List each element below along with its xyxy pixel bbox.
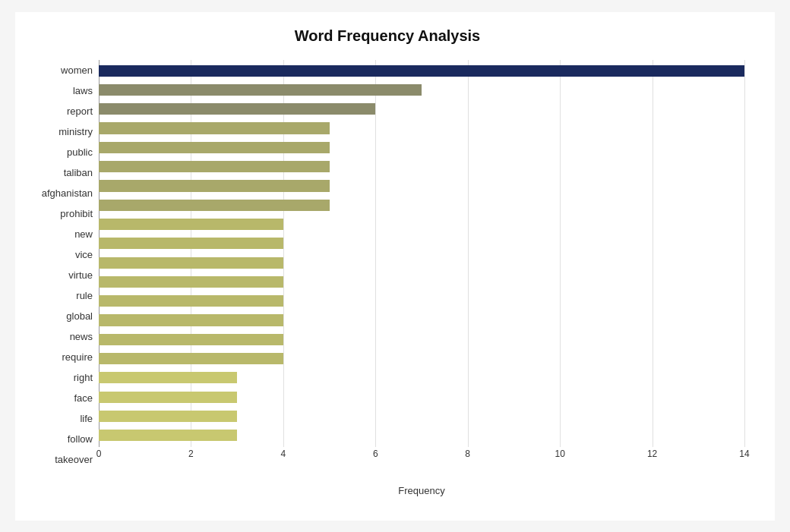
bar-row <box>99 407 744 426</box>
bar <box>99 161 330 172</box>
bar-row <box>99 138 744 157</box>
y-label: report <box>30 101 99 121</box>
bar <box>99 84 422 96</box>
x-axis: Frequency 02468101214 <box>99 447 744 470</box>
bar <box>99 65 744 77</box>
y-axis: womenlawsreportministrypublictalibanafgh… <box>30 60 99 493</box>
plot-area: Frequency 02468101214 <box>99 60 744 493</box>
bar-row <box>99 215 744 234</box>
bar-row <box>99 388 744 407</box>
y-label: rule <box>30 285 99 305</box>
bar <box>99 103 375 115</box>
bar-row <box>99 272 744 291</box>
bar <box>99 142 330 153</box>
y-label: laws <box>30 80 99 100</box>
bar <box>99 334 283 345</box>
bar <box>99 314 283 326</box>
bar-row <box>99 330 744 349</box>
bar-row <box>99 157 744 176</box>
bar-row <box>99 253 744 272</box>
bar <box>99 257 283 269</box>
y-label: takeover <box>30 449 99 469</box>
x-tick: 8 <box>465 449 470 459</box>
x-tick: 12 <box>647 449 657 459</box>
bar-row <box>99 61 744 80</box>
chart-title: Word Frequency Analysis <box>30 27 744 45</box>
bar <box>99 392 237 403</box>
bar <box>99 430 237 441</box>
y-label: global <box>30 306 99 326</box>
y-label: women <box>30 60 99 80</box>
bar-row <box>99 310 744 329</box>
chart-wrapper: Frequency 02468101214 <box>99 60 744 470</box>
x-tick: 14 <box>739 449 749 459</box>
y-label: follow <box>30 429 99 449</box>
y-label: require <box>30 347 99 367</box>
y-label: face <box>30 388 99 408</box>
y-label: afghanistan <box>30 183 99 203</box>
x-tick: 4 <box>281 449 286 459</box>
y-label: new <box>30 224 99 244</box>
grid-line <box>744 60 745 447</box>
y-label: prohibit <box>30 203 99 223</box>
bar-row <box>99 176 744 195</box>
bar <box>99 353 283 364</box>
x-tick: 0 <box>96 449 102 459</box>
bar-row <box>99 349 744 368</box>
bar-row <box>99 291 744 310</box>
bar-row <box>99 80 744 99</box>
bar <box>99 276 283 288</box>
bar <box>99 372 237 383</box>
y-label: life <box>30 408 99 428</box>
bar-row <box>99 368 744 387</box>
bar-row <box>99 99 744 118</box>
x-tick: 6 <box>373 449 378 459</box>
x-axis-label: Frequency <box>99 485 744 496</box>
bar-row <box>99 234 744 253</box>
bars-container <box>99 60 744 447</box>
y-label: right <box>30 367 99 387</box>
y-label: taliban <box>30 162 99 182</box>
bar <box>99 180 330 191</box>
x-tick: 10 <box>555 449 564 459</box>
x-tick: 2 <box>188 449 194 459</box>
bar <box>99 200 330 211</box>
bar-row <box>99 426 744 445</box>
y-label: public <box>30 142 99 162</box>
chart-area: womenlawsreportministrypublictalibanafgh… <box>30 60 744 493</box>
bar <box>99 295 283 307</box>
bar <box>99 219 283 230</box>
bar <box>99 238 283 249</box>
y-label: vice <box>30 244 99 264</box>
bar-row <box>99 118 744 137</box>
chart-container: Word Frequency Analysis womenlawsreportm… <box>15 12 775 521</box>
bar <box>99 411 237 422</box>
y-label: news <box>30 326 99 346</box>
bar <box>99 122 330 134</box>
y-label: virtue <box>30 265 99 285</box>
bar-row <box>99 196 744 215</box>
y-label: ministry <box>30 121 99 141</box>
